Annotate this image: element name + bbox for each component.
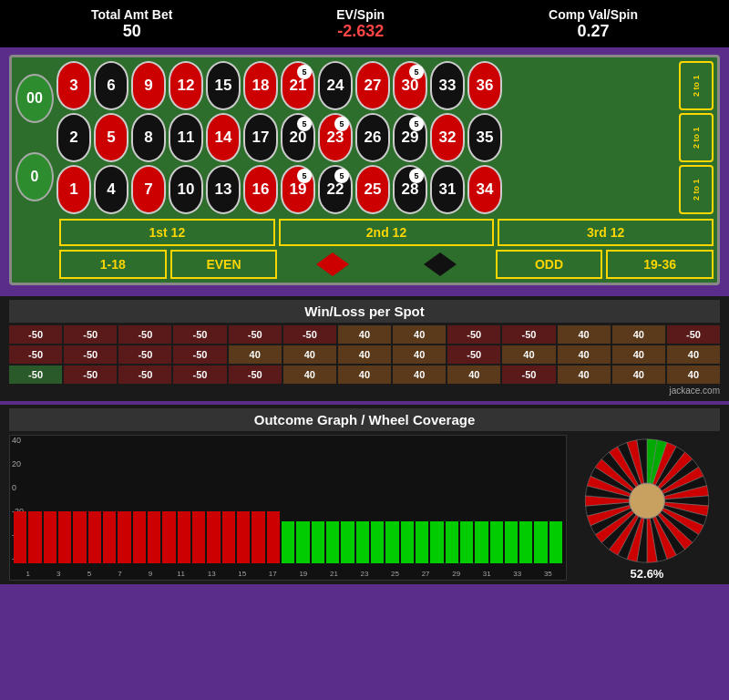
num-cell-28[interactable]: 285 [393,165,427,214]
bar-9 [148,511,160,564]
zero-cell[interactable]: 0 [15,152,54,201]
bet-19-36[interactable]: 19-36 [606,250,714,279]
bar-0 [14,511,26,564]
bar-item-18 [282,445,294,563]
num-cell-8[interactable]: 8 [131,113,166,162]
num-cell-15[interactable]: 15 [206,61,241,110]
num-cell-24[interactable]: 24 [318,61,353,110]
wl-cell-r0-c2: -50 [118,325,171,344]
bet-black[interactable] [388,251,492,278]
num-cell-3[interactable]: 3 [56,61,91,110]
num-cell-1[interactable]: 1 [56,165,91,214]
chart-bars-container [10,419,566,563]
num-cell-11[interactable]: 11 [169,113,203,162]
dozen-3rd[interactable]: 3rd 12 [498,219,714,246]
num-cell-9[interactable]: 9 [131,61,166,110]
wl-cell-r1-c7: 40 [393,345,446,364]
bar-item-22 [341,445,354,563]
bar-22 [341,521,354,563]
num-cell-18[interactable]: 18 [243,61,278,110]
roulette-table: 00 0 32165498712111015141318171621520519… [9,55,720,285]
wl-cell-r2-c11: 40 [612,365,665,384]
num-cell-2[interactable]: 2 [56,113,91,162]
num-cell-33[interactable]: 33 [430,61,465,110]
num-cell-35[interactable]: 35 [467,113,502,162]
double-zero-cell[interactable]: 00 [15,74,54,123]
num-cell-23[interactable]: 235 [318,113,353,162]
chart-label-6: 13 [197,570,226,578]
num-cell-32[interactable]: 32 [430,113,465,162]
number-col-5: 181716 [243,61,278,214]
ev-spin-label: EV/Spin [336,7,385,22]
wl-cell-r1-c1: -50 [64,345,117,364]
bar-item-0 [14,445,26,563]
bar-item-4 [73,445,86,563]
bet-red[interactable] [281,251,385,278]
main-numbers: 3216549871211101514131817162152051952423… [56,61,677,214]
bar-item-11 [178,445,190,563]
num-cell-4[interactable]: 4 [94,165,128,214]
bar-27 [416,521,428,563]
wheel-container: 52.6% [574,435,720,581]
dozen-2nd[interactable]: 2nd 12 [279,219,495,246]
num-cell-30[interactable]: 305 [393,61,427,110]
bar-11 [178,511,190,564]
num-cell-6[interactable]: 6 [94,61,128,110]
num-cell-17[interactable]: 17 [243,113,278,162]
bet-even[interactable]: EVEN [170,250,278,279]
num-cell-21[interactable]: 215 [281,61,315,110]
num-cell-10[interactable]: 10 [169,165,203,214]
num-cell-36[interactable]: 36 [467,61,502,110]
bar-item-6 [103,445,116,563]
bar-7 [118,511,130,564]
bar-item-2 [44,445,56,563]
two-to-one-top[interactable]: 2 to 1 [679,61,714,110]
num-cell-7[interactable]: 7 [131,165,166,214]
winloss-grid: -50-50-50-50-50-504040-50-504040-50-50-5… [9,325,720,384]
num-cell-29[interactable]: 295 [393,113,427,162]
num-cell-20[interactable]: 205 [281,113,315,162]
chart-labels-container: 1357911131517192123252729313335 [14,570,562,578]
two-to-one-bot[interactable]: 2 to 1 [679,165,714,214]
num-cell-19[interactable]: 195 [281,165,315,214]
number-col-8: 272625 [355,61,390,214]
num-cell-13[interactable]: 13 [206,165,241,214]
bar-item-15 [237,445,250,563]
bar-30 [460,521,473,563]
bar-item-31 [475,445,488,563]
bar-8 [133,511,146,564]
num-cell-27[interactable]: 27 [355,61,390,110]
num-cell-12[interactable]: 12 [169,61,203,110]
bar-2 [44,511,56,564]
chart-label-10: 21 [320,570,349,578]
num-cell-16[interactable]: 16 [243,165,278,214]
wl-cell-r2-c0: -50 [9,365,62,384]
bar-item-12 [192,445,205,563]
bar-item-26 [401,445,414,563]
chart-label-2: 5 [75,570,104,578]
bar-34 [519,521,532,563]
zero-col: 00 0 [15,61,54,214]
chart-label-12: 25 [381,570,410,578]
number-col-9: 305295285 [393,61,427,214]
bar-item-5 [88,445,101,563]
chart-label-4: 9 [136,570,165,578]
num-cell-31[interactable]: 31 [430,165,465,214]
chart-label-9: 19 [289,570,318,578]
bet-1-18[interactable]: 1-18 [59,250,167,279]
dozen-1st[interactable]: 1st 12 [59,219,275,246]
num-cell-26[interactable]: 26 [355,113,390,162]
num-cell-14[interactable]: 14 [206,113,241,162]
bet-odd[interactable]: ODD [496,250,603,279]
chip-badge-30: 5 [409,65,424,79]
chip-badge-19: 5 [297,169,312,183]
wl-cell-r2-c6: 40 [338,365,391,384]
header-bar: Total Amt Bet 50 EV/Spin -2.632 Comp Val… [0,0,729,47]
num-cell-34[interactable]: 34 [467,165,502,214]
num-cell-25[interactable]: 25 [355,165,390,214]
two-to-one-mid[interactable]: 2 to 1 [679,113,714,162]
num-cell-5[interactable]: 5 [94,113,128,162]
num-cell-22[interactable]: 225 [318,165,353,214]
bar-item-35 [534,445,547,563]
chart-label-17: 35 [534,570,563,578]
